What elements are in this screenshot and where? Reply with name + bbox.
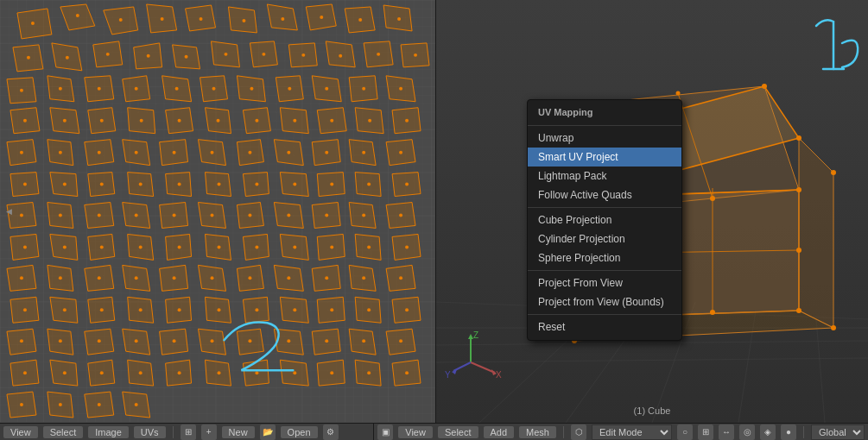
svg-point-224 xyxy=(405,245,409,248)
svg-point-204 xyxy=(59,214,62,217)
svg-point-141 xyxy=(161,17,164,21)
new-button[interactable]: New xyxy=(222,426,255,438)
menu-item-project-view[interactable]: Project From View xyxy=(528,273,681,292)
svg-point-168 xyxy=(362,87,365,91)
open-button[interactable]: Open xyxy=(281,426,318,438)
menu-item-smart-uv[interactable]: Smart UV Project xyxy=(528,148,681,167)
svg-point-250 xyxy=(135,339,138,343)
svg-point-227 xyxy=(98,276,101,280)
svg-point-320 xyxy=(796,248,801,253)
svg-point-173 xyxy=(140,119,143,123)
separator-1 xyxy=(173,426,174,438)
svg-point-194 xyxy=(100,183,104,186)
svg-point-266 xyxy=(330,371,333,374)
proportional-icon[interactable]: ○ xyxy=(677,424,693,440)
svg-point-218 xyxy=(178,245,181,248)
menu-item-cube-proj[interactable]: Cube Projection xyxy=(528,211,681,229)
svg-point-203 xyxy=(20,214,23,217)
svg-point-231 xyxy=(248,276,251,280)
snap-icon[interactable]: ⊞ xyxy=(181,424,196,440)
svg-point-214 xyxy=(23,245,27,248)
open-icon[interactable]: 📂 xyxy=(260,424,276,440)
svg-text:Y: Y xyxy=(445,370,451,380)
menu-item-lightmap[interactable]: Lightmap Pack xyxy=(528,167,681,185)
svg-point-323 xyxy=(676,91,681,96)
separator-2 xyxy=(563,426,564,438)
svg-point-160 xyxy=(59,87,62,91)
svg-point-143 xyxy=(242,19,245,22)
svg-point-175 xyxy=(217,119,220,123)
svg-point-319 xyxy=(710,310,715,315)
scroll-indicator: ◀ xyxy=(6,207,12,216)
svg-point-167 xyxy=(325,87,328,91)
svg-point-152 xyxy=(185,55,188,59)
svg-point-240 xyxy=(178,308,181,311)
viewport-3d[interactable]: Z X Y xyxy=(436,0,868,423)
solid-icon[interactable]: ● xyxy=(781,424,796,440)
svg-point-178 xyxy=(330,119,333,123)
svg-point-208 xyxy=(211,214,214,217)
svg-point-212 xyxy=(362,214,365,217)
menu-item-unwrap[interactable]: Unwrap xyxy=(528,129,681,148)
snap-r-icon[interactable]: ⊞ xyxy=(698,424,713,440)
svg-point-161 xyxy=(98,87,101,91)
global-dropdown[interactable]: Global Local xyxy=(811,424,865,440)
svg-point-272 xyxy=(135,403,138,406)
view-button[interactable]: View xyxy=(3,426,38,438)
svg-point-206 xyxy=(135,214,138,217)
svg-point-259 xyxy=(63,371,67,374)
viewport-type-icon[interactable]: ▣ xyxy=(377,424,393,440)
svg-point-228 xyxy=(135,276,138,280)
svg-point-217 xyxy=(139,245,143,248)
new-plus-icon[interactable]: + xyxy=(201,424,217,440)
svg-point-252 xyxy=(211,339,214,343)
menu-item-follow-active[interactable]: Follow Active Quads xyxy=(528,185,681,204)
svg-point-244 xyxy=(330,308,333,311)
svg-point-219 xyxy=(218,245,221,248)
svg-point-165 xyxy=(250,87,253,91)
svg-point-184 xyxy=(135,151,138,154)
select-button[interactable]: Select xyxy=(43,426,84,438)
select-r-button[interactable]: Select xyxy=(438,426,478,438)
uvs-button[interactable]: UVs xyxy=(134,426,166,438)
svg-point-229 xyxy=(173,276,176,280)
uv-canvas: ◀ xyxy=(0,0,435,423)
settings-icon[interactable]: ⚙ xyxy=(323,424,339,440)
svg-point-235 xyxy=(399,276,402,280)
menu-separator-2 xyxy=(528,270,681,271)
svg-point-306 xyxy=(762,84,767,89)
bottom-bar-left: View Select Image UVs ⊞ + New 📂 Open ⚙ xyxy=(0,423,374,440)
svg-point-237 xyxy=(63,308,67,311)
separator-3 xyxy=(803,426,804,438)
svg-point-199 xyxy=(293,183,296,186)
transform-icon[interactable]: ↔ xyxy=(719,424,734,440)
menu-item-project-view-bounds[interactable]: Project from View (Bounds) xyxy=(528,292,681,311)
svg-point-179 xyxy=(368,119,371,123)
svg-point-230 xyxy=(211,276,214,280)
svg-point-148 xyxy=(27,56,30,60)
bottom-bars: View Select Image UVs ⊞ + New 📂 Open ⚙ ▣… xyxy=(0,423,868,440)
svg-point-149 xyxy=(66,56,69,60)
svg-point-176 xyxy=(255,119,258,123)
svg-point-308 xyxy=(831,170,836,175)
overlay-icon[interactable]: ◎ xyxy=(739,424,755,440)
svg-point-155 xyxy=(301,53,305,57)
image-button[interactable]: Image xyxy=(88,426,129,438)
mode-dropdown[interactable]: Edit Mode Object Mode xyxy=(592,424,672,440)
svg-point-257 xyxy=(399,339,402,343)
view-r-button[interactable]: View xyxy=(398,426,433,438)
svg-point-264 xyxy=(255,371,258,374)
uv-grid xyxy=(0,0,435,422)
xray-icon[interactable]: ◈ xyxy=(760,424,776,440)
svg-point-249 xyxy=(98,339,101,343)
svg-point-140 xyxy=(119,18,123,22)
menu-item-cylinder-proj[interactable]: Cylinder Projection xyxy=(528,229,681,248)
mesh-r-button[interactable]: Mesh xyxy=(519,426,556,438)
viewport-shading-icon[interactable]: ⬡ xyxy=(571,424,586,440)
add-r-button[interactable]: Add xyxy=(484,426,515,438)
svg-point-221 xyxy=(293,245,296,248)
menu-item-sphere-proj[interactable]: Sphere Projection xyxy=(528,248,681,267)
svg-point-158 xyxy=(414,53,417,57)
svg-point-258 xyxy=(23,371,27,374)
menu-item-reset[interactable]: Reset xyxy=(528,317,681,336)
